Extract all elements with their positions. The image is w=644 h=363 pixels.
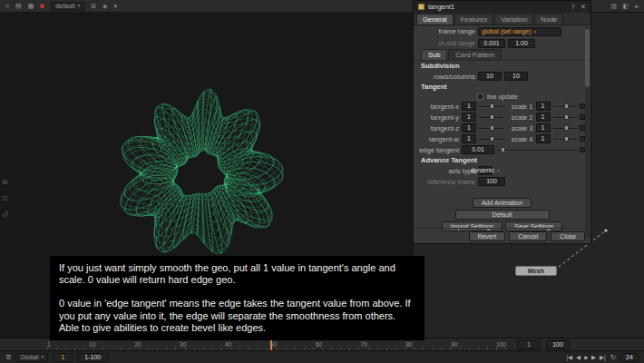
transport-button[interactable]: ◀ [576, 354, 581, 361]
toolbar-icon[interactable]: ◈ [102, 0, 107, 13]
tab-variation[interactable]: Variation [494, 14, 533, 25]
scale-3-label: scale 3 [506, 124, 533, 132]
tangent-x-field[interactable]: 1 [462, 102, 476, 111]
transport-controls: |◀◀■▶▶| [566, 354, 605, 361]
timeline-current-frame-field[interactable]: 1 [517, 340, 541, 349]
frame-range-dropdown[interactable]: global (set range) ▾ [478, 27, 561, 36]
chevron-down-icon: ▾ [497, 167, 500, 174]
tangent-x-slider[interactable] [479, 102, 503, 111]
timeline-tick-label: 70 [361, 341, 367, 348]
toolbar-icon[interactable]: ⊞ [91, 0, 96, 13]
toolbar-icon[interactable]: ≡ [5, 0, 9, 13]
caption-paragraph-1: If you just want simply smooth the geo, … [59, 262, 415, 286]
scale-2-field[interactable]: 1 [536, 113, 551, 122]
edge-tangent-row: edge tangent 0.01 [414, 144, 590, 155]
out-range-field[interactable]: 1.00 [508, 39, 535, 48]
transport-button[interactable]: |◀ [566, 354, 572, 361]
frame-range-field[interactable]: 1-100 [77, 353, 108, 362]
close-icon[interactable]: ✕ [581, 3, 586, 11]
tangent-y-slider[interactable] [479, 113, 503, 122]
scale-4-slider[interactable] [553, 134, 578, 143]
preset-dropdown-label: default [55, 2, 74, 10]
tangent-w-field[interactable]: 1 [462, 134, 476, 143]
caption-paragraph-2: 0 value in 'edge tangent' means the edge… [59, 298, 415, 334]
timeline-tick-label: 40 [225, 341, 231, 348]
playback-bar: ≣ Global ▾ 1 1-100 |◀◀■▶▶| ↻ 24 [0, 350, 644, 363]
scale-4-field[interactable]: 1 [536, 134, 551, 143]
timeline-tick-label: 50 [270, 341, 277, 348]
tab-general[interactable]: General [416, 14, 454, 25]
fps-field[interactable]: 24 [620, 353, 639, 362]
tab-node[interactable]: Node [534, 14, 563, 25]
scale-2-slider[interactable] [553, 113, 578, 122]
scale-1-slider[interactable] [553, 102, 578, 111]
toolbar-icon[interactable]: ◧ [623, 0, 629, 13]
toolbar-icon[interactable]: ▥ [610, 0, 617, 13]
viewport-tool-icon[interactable]: ⊞ [2, 178, 8, 186]
node-type-icon [418, 4, 424, 10]
add-animation-button[interactable]: Add Animation [473, 198, 532, 208]
toolbar-icon[interactable]: ▦ [28, 0, 34, 13]
scale-3-field[interactable]: 1 [536, 123, 551, 132]
transport-button[interactable]: ■ [584, 354, 588, 361]
current-frame-field[interactable]: 1 [53, 353, 73, 362]
help-icon[interactable]: ? [571, 3, 575, 11]
reference-frame-field[interactable]: 100 [478, 177, 505, 186]
tangent-y-label: tangent-y [419, 113, 459, 122]
toolbar-icon[interactable]: ▤ [15, 0, 22, 13]
cancel-button[interactable]: Cancel [509, 231, 547, 241]
panel-scrollbar[interactable] [585, 27, 590, 238]
tangent-y-field[interactable]: 1 [462, 113, 476, 122]
tangent-z-field[interactable]: 1 [462, 123, 476, 132]
close-button[interactable]: Close [551, 231, 585, 241]
viewport-tool-icon[interactable]: ↺ [2, 211, 8, 219]
timeline-ruler[interactable]: 1102030405060708090100 [47, 341, 506, 348]
subtab-card-pattern[interactable]: Card Pattern [448, 49, 502, 60]
live-update-checkbox[interactable] [477, 93, 483, 100]
loop-icon[interactable]: ↻ [610, 353, 616, 361]
toolbar-icons-right: ▥◧▸ [610, 0, 639, 13]
scrollbar-thumb[interactable] [585, 29, 590, 87]
tangent-z-slider[interactable] [479, 123, 503, 132]
tangent-w-slider[interactable] [479, 134, 503, 143]
live-update-label: live update [487, 93, 518, 100]
axis-type-dropdown[interactable]: dynamic ▾ [478, 166, 493, 175]
tangent-row: tangent-y 1 scale 2 1 [414, 112, 590, 123]
viewport-toolbar: ⊞⊡↺ [2, 178, 8, 219]
axis-type-row: axis type dynamic ▾ [414, 165, 590, 176]
toolbar-icon[interactable]: ▾ [113, 0, 117, 13]
in-out-range-row: in-out range 0.001 1.00 [414, 37, 590, 49]
default-button[interactable]: Default [455, 210, 550, 220]
global-range-dropdown[interactable]: Global ▾ [15, 353, 48, 362]
subtab-sub[interactable]: Sub [421, 49, 447, 60]
preset-dropdown[interactable]: default ▾ [51, 2, 84, 11]
viewport-tool-icon[interactable]: ⊡ [2, 194, 8, 202]
scale-3-slider[interactable] [553, 123, 578, 132]
transport-button[interactable]: ▶ [591, 354, 596, 361]
panel-titlebar[interactable]: tangent1 ? ✕ [414, 1, 590, 13]
caption-overlay: If you just want simply smooth the geo, … [50, 256, 424, 340]
edge-tangent-field[interactable]: 0.01 [462, 145, 494, 154]
timeline-tick-label: 90 [451, 341, 457, 348]
menu-icon[interactable]: ≣ [5, 353, 11, 361]
rows-columns-row: rows/columns 10 10 [414, 71, 590, 82]
edge-tangent-slider[interactable] [497, 145, 577, 154]
revert-button[interactable]: Revert [469, 231, 506, 241]
timeline-end-frame-field[interactable]: 100 [546, 340, 570, 349]
panel-tabs: General Features Variation Node [414, 13, 590, 25]
timeline-tick-label: 1 [47, 341, 51, 348]
transport-button[interactable]: ▶| [600, 354, 606, 361]
tab-features[interactable]: Features [454, 14, 494, 25]
tangent-row: tangent-w 1 scale 4 1 [414, 133, 590, 144]
rows-field[interactable]: 10 [478, 72, 502, 81]
timeline-tick-label: 80 [405, 341, 412, 348]
toolbar-icon[interactable]: ▸ [635, 0, 639, 13]
node-mesh[interactable]: Mesh [515, 266, 557, 276]
tangent-row: tangent-z 1 scale 3 1 [414, 123, 590, 133]
subdivision-section-title: Subdivision [414, 61, 590, 71]
columns-field[interactable]: 10 [504, 72, 528, 81]
rows-columns-label: rows/columns [419, 73, 475, 81]
scale-1-field[interactable]: 1 [536, 102, 551, 111]
in-range-field[interactable]: 0.001 [478, 39, 505, 48]
record-dot-icon[interactable] [40, 4, 44, 8]
